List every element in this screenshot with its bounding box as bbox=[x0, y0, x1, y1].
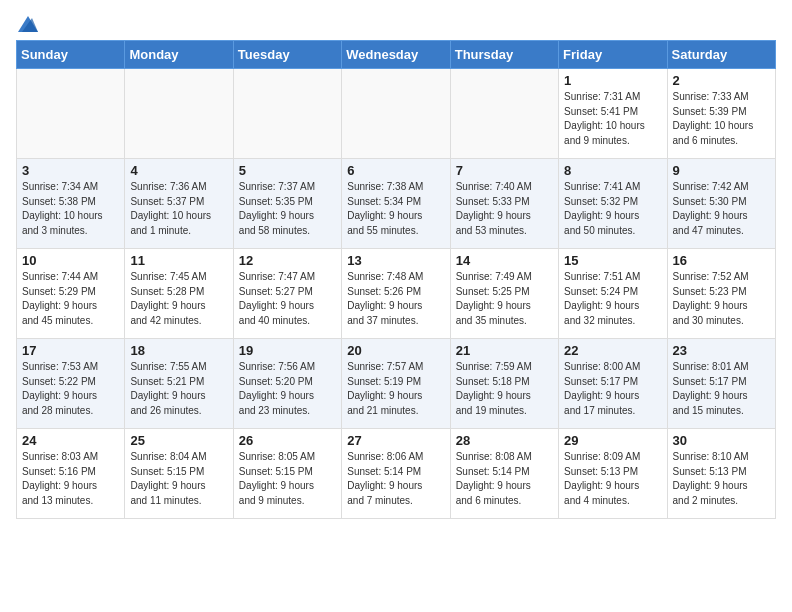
day-number: 5 bbox=[239, 163, 336, 178]
day-number: 24 bbox=[22, 433, 119, 448]
calendar-cell bbox=[125, 69, 233, 159]
day-info: Sunrise: 7:33 AM Sunset: 5:39 PM Dayligh… bbox=[673, 90, 770, 148]
calendar-cell: 16Sunrise: 7:52 AM Sunset: 5:23 PM Dayli… bbox=[667, 249, 775, 339]
day-number: 1 bbox=[564, 73, 661, 88]
calendar-cell bbox=[233, 69, 341, 159]
day-info: Sunrise: 7:49 AM Sunset: 5:25 PM Dayligh… bbox=[456, 270, 553, 328]
calendar-cell: 12Sunrise: 7:47 AM Sunset: 5:27 PM Dayli… bbox=[233, 249, 341, 339]
day-info: Sunrise: 7:56 AM Sunset: 5:20 PM Dayligh… bbox=[239, 360, 336, 418]
day-number: 7 bbox=[456, 163, 553, 178]
calendar-cell: 10Sunrise: 7:44 AM Sunset: 5:29 PM Dayli… bbox=[17, 249, 125, 339]
calendar-cell: 17Sunrise: 7:53 AM Sunset: 5:22 PM Dayli… bbox=[17, 339, 125, 429]
day-info: Sunrise: 7:40 AM Sunset: 5:33 PM Dayligh… bbox=[456, 180, 553, 238]
day-number: 29 bbox=[564, 433, 661, 448]
calendar-cell: 7Sunrise: 7:40 AM Sunset: 5:33 PM Daylig… bbox=[450, 159, 558, 249]
calendar-cell bbox=[17, 69, 125, 159]
day-number: 12 bbox=[239, 253, 336, 268]
day-info: Sunrise: 7:44 AM Sunset: 5:29 PM Dayligh… bbox=[22, 270, 119, 328]
day-info: Sunrise: 7:51 AM Sunset: 5:24 PM Dayligh… bbox=[564, 270, 661, 328]
day-info: Sunrise: 8:01 AM Sunset: 5:17 PM Dayligh… bbox=[673, 360, 770, 418]
calendar-week-row: 10Sunrise: 7:44 AM Sunset: 5:29 PM Dayli… bbox=[17, 249, 776, 339]
day-number: 28 bbox=[456, 433, 553, 448]
day-of-week-header: Sunday bbox=[17, 41, 125, 69]
day-info: Sunrise: 7:34 AM Sunset: 5:38 PM Dayligh… bbox=[22, 180, 119, 238]
day-info: Sunrise: 8:04 AM Sunset: 5:15 PM Dayligh… bbox=[130, 450, 227, 508]
day-info: Sunrise: 7:59 AM Sunset: 5:18 PM Dayligh… bbox=[456, 360, 553, 418]
day-number: 27 bbox=[347, 433, 444, 448]
day-number: 3 bbox=[22, 163, 119, 178]
calendar-cell: 2Sunrise: 7:33 AM Sunset: 5:39 PM Daylig… bbox=[667, 69, 775, 159]
calendar-header-row: SundayMondayTuesdayWednesdayThursdayFrid… bbox=[17, 41, 776, 69]
calendar-cell: 19Sunrise: 7:56 AM Sunset: 5:20 PM Dayli… bbox=[233, 339, 341, 429]
calendar-cell: 29Sunrise: 8:09 AM Sunset: 5:13 PM Dayli… bbox=[559, 429, 667, 519]
day-number: 30 bbox=[673, 433, 770, 448]
calendar-table: SundayMondayTuesdayWednesdayThursdayFrid… bbox=[16, 40, 776, 519]
day-number: 14 bbox=[456, 253, 553, 268]
calendar-cell: 28Sunrise: 8:08 AM Sunset: 5:14 PM Dayli… bbox=[450, 429, 558, 519]
calendar-cell: 11Sunrise: 7:45 AM Sunset: 5:28 PM Dayli… bbox=[125, 249, 233, 339]
day-info: Sunrise: 7:45 AM Sunset: 5:28 PM Dayligh… bbox=[130, 270, 227, 328]
day-number: 17 bbox=[22, 343, 119, 358]
day-info: Sunrise: 8:10 AM Sunset: 5:13 PM Dayligh… bbox=[673, 450, 770, 508]
day-number: 19 bbox=[239, 343, 336, 358]
day-number: 23 bbox=[673, 343, 770, 358]
day-number: 10 bbox=[22, 253, 119, 268]
page-header bbox=[16, 16, 776, 32]
day-of-week-header: Monday bbox=[125, 41, 233, 69]
day-of-week-header: Saturday bbox=[667, 41, 775, 69]
day-of-week-header: Friday bbox=[559, 41, 667, 69]
calendar-cell: 27Sunrise: 8:06 AM Sunset: 5:14 PM Dayli… bbox=[342, 429, 450, 519]
calendar-cell: 9Sunrise: 7:42 AM Sunset: 5:30 PM Daylig… bbox=[667, 159, 775, 249]
calendar-cell: 26Sunrise: 8:05 AM Sunset: 5:15 PM Dayli… bbox=[233, 429, 341, 519]
day-number: 21 bbox=[456, 343, 553, 358]
day-info: Sunrise: 7:55 AM Sunset: 5:21 PM Dayligh… bbox=[130, 360, 227, 418]
day-number: 2 bbox=[673, 73, 770, 88]
day-of-week-header: Wednesday bbox=[342, 41, 450, 69]
day-info: Sunrise: 7:48 AM Sunset: 5:26 PM Dayligh… bbox=[347, 270, 444, 328]
day-info: Sunrise: 7:41 AM Sunset: 5:32 PM Dayligh… bbox=[564, 180, 661, 238]
day-info: Sunrise: 8:06 AM Sunset: 5:14 PM Dayligh… bbox=[347, 450, 444, 508]
calendar-cell: 21Sunrise: 7:59 AM Sunset: 5:18 PM Dayli… bbox=[450, 339, 558, 429]
day-info: Sunrise: 8:03 AM Sunset: 5:16 PM Dayligh… bbox=[22, 450, 119, 508]
day-info: Sunrise: 7:31 AM Sunset: 5:41 PM Dayligh… bbox=[564, 90, 661, 148]
day-info: Sunrise: 7:57 AM Sunset: 5:19 PM Dayligh… bbox=[347, 360, 444, 418]
calendar-cell bbox=[450, 69, 558, 159]
day-info: Sunrise: 7:42 AM Sunset: 5:30 PM Dayligh… bbox=[673, 180, 770, 238]
calendar-cell: 30Sunrise: 8:10 AM Sunset: 5:13 PM Dayli… bbox=[667, 429, 775, 519]
logo-icon bbox=[18, 16, 38, 32]
calendar-cell: 20Sunrise: 7:57 AM Sunset: 5:19 PM Dayli… bbox=[342, 339, 450, 429]
day-number: 8 bbox=[564, 163, 661, 178]
calendar-week-row: 17Sunrise: 7:53 AM Sunset: 5:22 PM Dayli… bbox=[17, 339, 776, 429]
day-number: 6 bbox=[347, 163, 444, 178]
day-info: Sunrise: 7:47 AM Sunset: 5:27 PM Dayligh… bbox=[239, 270, 336, 328]
day-number: 9 bbox=[673, 163, 770, 178]
calendar-cell bbox=[342, 69, 450, 159]
day-number: 16 bbox=[673, 253, 770, 268]
calendar-cell: 22Sunrise: 8:00 AM Sunset: 5:17 PM Dayli… bbox=[559, 339, 667, 429]
day-number: 18 bbox=[130, 343, 227, 358]
day-number: 20 bbox=[347, 343, 444, 358]
day-number: 25 bbox=[130, 433, 227, 448]
day-number: 4 bbox=[130, 163, 227, 178]
calendar-week-row: 1Sunrise: 7:31 AM Sunset: 5:41 PM Daylig… bbox=[17, 69, 776, 159]
day-info: Sunrise: 8:05 AM Sunset: 5:15 PM Dayligh… bbox=[239, 450, 336, 508]
calendar-cell: 14Sunrise: 7:49 AM Sunset: 5:25 PM Dayli… bbox=[450, 249, 558, 339]
day-number: 26 bbox=[239, 433, 336, 448]
day-info: Sunrise: 8:00 AM Sunset: 5:17 PM Dayligh… bbox=[564, 360, 661, 418]
calendar-week-row: 24Sunrise: 8:03 AM Sunset: 5:16 PM Dayli… bbox=[17, 429, 776, 519]
day-info: Sunrise: 7:38 AM Sunset: 5:34 PM Dayligh… bbox=[347, 180, 444, 238]
day-info: Sunrise: 7:53 AM Sunset: 5:22 PM Dayligh… bbox=[22, 360, 119, 418]
calendar-cell: 4Sunrise: 7:36 AM Sunset: 5:37 PM Daylig… bbox=[125, 159, 233, 249]
calendar-cell: 15Sunrise: 7:51 AM Sunset: 5:24 PM Dayli… bbox=[559, 249, 667, 339]
calendar-cell: 5Sunrise: 7:37 AM Sunset: 5:35 PM Daylig… bbox=[233, 159, 341, 249]
calendar-week-row: 3Sunrise: 7:34 AM Sunset: 5:38 PM Daylig… bbox=[17, 159, 776, 249]
day-info: Sunrise: 8:08 AM Sunset: 5:14 PM Dayligh… bbox=[456, 450, 553, 508]
day-info: Sunrise: 7:52 AM Sunset: 5:23 PM Dayligh… bbox=[673, 270, 770, 328]
logo bbox=[16, 16, 38, 32]
calendar-cell: 13Sunrise: 7:48 AM Sunset: 5:26 PM Dayli… bbox=[342, 249, 450, 339]
day-info: Sunrise: 7:36 AM Sunset: 5:37 PM Dayligh… bbox=[130, 180, 227, 238]
calendar-cell: 8Sunrise: 7:41 AM Sunset: 5:32 PM Daylig… bbox=[559, 159, 667, 249]
calendar-cell: 6Sunrise: 7:38 AM Sunset: 5:34 PM Daylig… bbox=[342, 159, 450, 249]
day-number: 13 bbox=[347, 253, 444, 268]
day-info: Sunrise: 7:37 AM Sunset: 5:35 PM Dayligh… bbox=[239, 180, 336, 238]
